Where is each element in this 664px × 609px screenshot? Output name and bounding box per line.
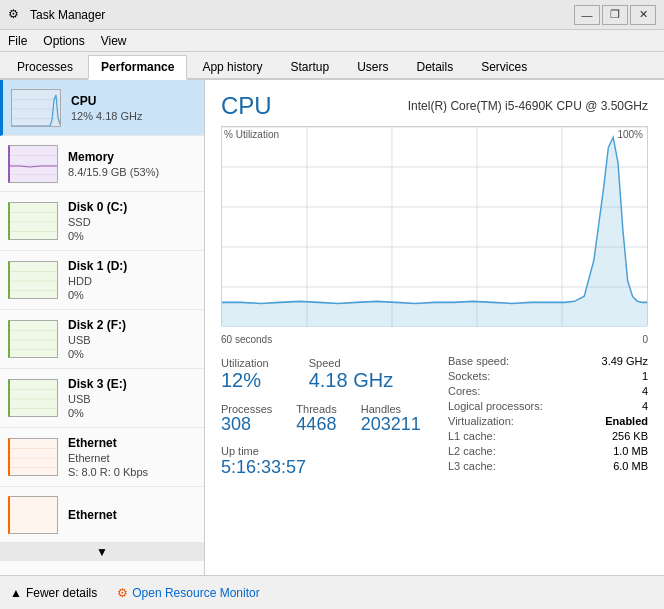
svg-rect-16 [10, 321, 58, 358]
tab-app-history[interactable]: App history [189, 55, 275, 78]
disk1-sub1: HDD [68, 275, 196, 287]
svg-rect-12 [10, 262, 58, 299]
disk3-title: Disk 3 (E:) [68, 377, 196, 391]
uptime-label: Up time [221, 445, 421, 457]
speed-label: Speed [309, 357, 393, 369]
l1-row: L1 cache: 256 KB [448, 430, 648, 442]
memory-mini-graph [10, 146, 58, 183]
svg-rect-8 [10, 203, 58, 240]
eth1-sub1: Ethernet [68, 452, 196, 464]
uptime-value: 5:16:33:57 [221, 457, 421, 478]
disk2-info: Disk 2 (F:) USB 0% [68, 318, 196, 360]
sidebar-item-memory[interactable]: Memory 8.4/15.9 GB (53%) [0, 136, 204, 192]
sidebar-item-eth2[interactable]: Ethernet [0, 487, 204, 543]
open-resource-monitor-button[interactable]: ⚙ Open Resource Monitor [117, 586, 259, 600]
utilization-value: 12% [221, 369, 269, 391]
disk2-sub1: USB [68, 334, 196, 346]
cpu-info-panel: Base speed: 3.49 GHz Sockets: 1 Cores: 4… [448, 355, 648, 478]
sockets-value: 1 [642, 370, 648, 382]
svg-rect-28 [10, 497, 58, 534]
cores-row: Cores: 4 [448, 385, 648, 397]
menu-options[interactable]: Options [35, 32, 92, 50]
sidebar: CPU 12% 4.18 GHz Memory 8.4/15.9 GB (53%… [0, 80, 205, 575]
tab-services[interactable]: Services [468, 55, 540, 78]
l2-label: L2 cache: [448, 445, 496, 457]
disk0-sub2: 0% [68, 230, 196, 242]
speed-value: 4.18 GHz [309, 369, 393, 391]
sockets-row: Sockets: 1 [448, 370, 648, 382]
logical-value: 4 [642, 400, 648, 412]
disk0-title: Disk 0 (C:) [68, 200, 196, 214]
graph-y-label: % Utilization [224, 129, 279, 140]
threads-stat: Threads 4468 [296, 401, 336, 437]
graph-time-labels: 60 seconds 0 [221, 334, 648, 345]
memory-title: Memory [68, 150, 196, 164]
virt-row: Virtualization: Enabled [448, 415, 648, 427]
svg-rect-4 [10, 146, 58, 183]
handles-stat: Handles 203211 [361, 401, 421, 437]
cores-value: 4 [642, 385, 648, 397]
sidebar-item-disk0[interactable]: Disk 0 (C:) SSD 0% [0, 192, 204, 251]
disk0-mini-graph [10, 203, 58, 240]
disk3-mini-graph [10, 380, 58, 417]
menu-file[interactable]: File [0, 32, 35, 50]
cpu-header: CPU Intel(R) Core(TM) i5-4690K CPU @ 3.5… [221, 92, 648, 120]
tab-details[interactable]: Details [403, 55, 466, 78]
close-button[interactable]: ✕ [630, 5, 656, 25]
disk3-sub1: USB [68, 393, 196, 405]
tab-processes[interactable]: Processes [4, 55, 86, 78]
tab-performance[interactable]: Performance [88, 55, 187, 80]
graph-y-label-right: 100% [617, 129, 643, 140]
handles-value: 203211 [361, 415, 421, 435]
speed-stat: Speed 4.18 GHz [309, 355, 393, 393]
disk3-thumb [8, 379, 58, 417]
cpu-info: CPU 12% 4.18 GHz [71, 94, 196, 122]
restore-button[interactable]: ❐ [602, 5, 628, 25]
fewer-details-button[interactable]: ▲ Fewer details [10, 586, 97, 600]
l2-row: L2 cache: 1.0 MB [448, 445, 648, 457]
fewer-details-label: Fewer details [26, 586, 97, 600]
processes-stat: Processes 308 [221, 401, 272, 437]
disk2-thumb [8, 320, 58, 358]
monitor-icon: ⚙ [117, 586, 128, 600]
processes-value: 308 [221, 415, 272, 435]
graph-time-left: 60 seconds [221, 334, 272, 345]
tab-bar: Processes Performance App history Startu… [0, 52, 664, 80]
memory-info: Memory 8.4/15.9 GB (53%) [68, 150, 196, 178]
disk0-info: Disk 0 (C:) SSD 0% [68, 200, 196, 242]
cpu-thumb [11, 89, 61, 127]
window-controls: — ❐ ✕ [574, 5, 656, 25]
eth2-title: Ethernet [68, 508, 196, 522]
l1-value: 256 KB [612, 430, 648, 442]
eth2-thumb [8, 496, 58, 534]
sidebar-scroll-down[interactable]: ▼ [0, 543, 204, 561]
main-container: CPU 12% 4.18 GHz Memory 8.4/15.9 GB (53%… [0, 80, 664, 575]
disk1-mini-graph [10, 262, 58, 299]
sockets-label: Sockets: [448, 370, 490, 382]
disk2-mini-graph [10, 321, 58, 358]
chevron-up-icon: ▲ [10, 586, 22, 600]
cores-label: Cores: [448, 385, 480, 397]
eth1-sub2: S: 8.0 R: 0 Kbps [68, 466, 196, 478]
tab-startup[interactable]: Startup [277, 55, 342, 78]
graph-time-right: 0 [642, 334, 648, 345]
memory-sub: 8.4/15.9 GB (53%) [68, 166, 196, 178]
bottom-bar: ▲ Fewer details ⚙ Open Resource Monitor [0, 575, 664, 609]
disk0-thumb [8, 202, 58, 240]
disk2-sub2: 0% [68, 348, 196, 360]
sidebar-item-disk3[interactable]: Disk 3 (E:) USB 0% [0, 369, 204, 428]
window-title: Task Manager [30, 8, 574, 22]
eth1-info: Ethernet Ethernet S: 8.0 R: 0 Kbps [68, 436, 196, 478]
tab-users[interactable]: Users [344, 55, 401, 78]
stats-row1: Utilization 12% Speed 4.18 GHz [221, 355, 421, 393]
sidebar-item-eth1[interactable]: Ethernet Ethernet S: 8.0 R: 0 Kbps [0, 428, 204, 487]
sidebar-item-disk2[interactable]: Disk 2 (F:) USB 0% [0, 310, 204, 369]
cpu-section-title: CPU [221, 92, 272, 120]
minimize-button[interactable]: — [574, 5, 600, 25]
utilization-stat: Utilization 12% [221, 355, 269, 393]
sidebar-item-disk1[interactable]: Disk 1 (D:) HDD 0% [0, 251, 204, 310]
sidebar-item-cpu[interactable]: CPU 12% 4.18 GHz [0, 80, 204, 136]
cpu-model-text: Intel(R) Core(TM) i5-4690K CPU @ 3.50GHz [408, 99, 648, 113]
base-speed-row: Base speed: 3.49 GHz [448, 355, 648, 367]
menu-view[interactable]: View [93, 32, 135, 50]
